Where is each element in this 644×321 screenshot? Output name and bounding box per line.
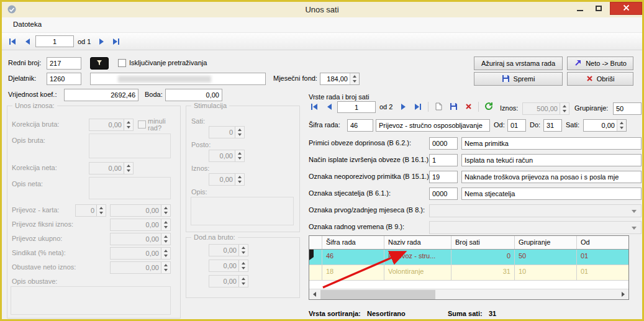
filter-button[interactable] [90,57,109,70]
cell-grupiranje[interactable]: 10 [515,265,577,280]
naziv-rada-input[interactable]: Prijevoz - stručno osposobljavanje [376,119,490,132]
cell-sifra[interactable]: 18 [322,265,384,280]
maximize-button[interactable] [589,2,608,15]
nacin-isplate-text-input[interactable]: Isplata na tekući račun [461,154,642,166]
od-input[interactable]: 01 [507,119,526,132]
vr-iznos-input[interactable]: 500,00 [522,102,569,115]
dod-na-bruto-input-2[interactable]: 0,00 [209,260,248,272]
vr-save-button[interactable] [447,101,460,113]
oznaka-stjecatelja-text-input[interactable]: Nema stjecatelja [461,188,642,200]
spinner-buttons[interactable] [161,219,170,230]
oznaka-stjecatelja-code-input[interactable]: 0000 [429,188,458,200]
primici-code-input[interactable]: 0000 [429,137,458,150]
spinner-buttons[interactable] [235,174,244,185]
spremi-button[interactable]: Spremi [474,72,563,86]
cell-sifra[interactable]: 46 [322,250,384,264]
menu-item-datoteka[interactable]: Datoteka [13,20,42,28]
scrollbar-thumb[interactable] [320,290,435,299]
korekcija-neta-input[interactable]: 0,00 [89,162,134,174]
prijevoz-fiksni-input[interactable]: 0,00 [110,219,171,231]
spinner-buttons[interactable] [238,276,248,287]
title-bar[interactable]: Unos sati [2,2,642,17]
stimulacija-posto-input[interactable]: 0,00 [209,150,245,162]
next-record-button[interactable] [94,35,108,48]
oznaka-neoporezivog-text-input[interactable]: Naknade troškova prijevoza na posao i s … [461,171,642,183]
cell-od[interactable]: 01 [577,265,628,280]
do-input[interactable]: 31 [543,119,562,132]
cell-grupiranje[interactable]: 50 [515,250,577,264]
primici-text-input[interactable]: Nema primitka [461,137,642,150]
spinner-buttons[interactable] [617,120,626,131]
last-record-button[interactable] [109,35,123,48]
oznaka-mjeseca-combobox[interactable] [429,204,642,217]
table-row-selected[interactable]: 46 Prijevoz - stru... 0 50 01 [309,250,628,265]
spinner-buttons[interactable] [350,73,359,84]
minuli-rad-checkbox[interactable] [138,120,146,129]
prijevoz-karta-iznos-input[interactable]: 0,00 [110,204,171,217]
iskljucivanje-checkbox[interactable] [118,59,126,67]
vr-last-record-button[interactable] [411,101,425,113]
previous-record-button[interactable] [20,35,34,48]
close-button[interactable] [610,2,642,15]
sindikat-input[interactable]: 0,00 [110,247,171,260]
spinner-buttons[interactable] [124,163,133,174]
row-selector-cell[interactable] [309,250,322,264]
add-new-button[interactable] [432,101,445,113]
opis-obustave-textarea[interactable] [11,286,171,315]
first-record-button[interactable] [6,35,19,48]
opis-bruta-textarea[interactable] [89,133,171,158]
prijevoz-karta-kom-input[interactable]: 0 [75,204,106,217]
spinner-buttons[interactable] [161,205,170,216]
redni-broj-input[interactable]: 217 [47,57,81,70]
mjesecni-fond-input[interactable]: 184,00 [320,73,360,85]
dod-na-bruto-input-1[interactable]: 0,00 [209,244,248,256]
vr-delete-button[interactable] [461,101,475,113]
scroll-right-button[interactable] [618,289,628,299]
spinner-buttons[interactable] [238,245,248,256]
vr-record-position-input[interactable]: 1 [337,101,376,113]
cell-od[interactable]: 01 [577,250,628,264]
neto-bruto-button[interactable]: Neto -> Bruto [567,57,633,70]
cell-naziv[interactable]: Volontiranje [384,265,451,280]
spinner-buttons[interactable] [161,248,170,259]
scroll-left-button[interactable] [309,289,320,299]
grid-col-grupiranje[interactable]: Grupiranje [515,236,577,249]
djelatnik-input[interactable]: 1260 [47,73,81,85]
boda-input[interactable]: 0,00 [165,89,222,101]
table-row[interactable]: 18 Volontiranje 31 10 01 [309,265,628,281]
stimulacija-iznos-input[interactable]: 0,00 [209,173,245,186]
spinner-buttons[interactable] [560,103,569,114]
stimulacija-opis-textarea[interactable] [191,197,294,225]
spinner-buttons[interactable] [235,150,244,161]
oznaka-vremena-combobox[interactable] [429,221,642,234]
sifra-rada-input[interactable]: 46 [347,119,373,132]
grupiranje-input[interactable]: 50 [613,102,642,115]
azuriraj-button[interactable]: Ažuriraj sa vrstama rada [474,57,563,70]
cell-broj-sati[interactable]: 31 [451,265,515,280]
vrijednost-koef-input[interactable]: 2692,46 [64,89,138,101]
spinner-buttons[interactable] [96,205,106,216]
grid-col-naziv-rada[interactable]: Naziv rada [384,236,451,249]
spinner-buttons[interactable] [161,262,170,273]
vr-first-record-button[interactable] [307,101,321,113]
spinner-buttons[interactable] [161,233,170,245]
obustave-input[interactable]: 0,00 [110,261,171,274]
cell-naziv[interactable]: Prijevoz - stru... [384,250,451,264]
cell-broj-sati[interactable]: 0 [451,250,515,264]
vr-sati-input[interactable]: 0,00 [583,119,627,132]
opis-neta-textarea[interactable] [89,177,171,199]
grid-horizontal-scrollbar[interactable] [309,289,628,299]
spinner-buttons[interactable] [235,127,244,138]
refresh-button[interactable] [482,101,496,113]
djelatnik-name-input[interactable] [90,73,266,85]
vr-previous-record-button[interactable] [322,101,336,113]
korekcija-bruta-input[interactable]: 0,00 [89,119,134,131]
prijevoz-ukupno-input[interactable]: 0,00 [110,233,171,245]
minimize-button[interactable] [571,2,589,15]
nacin-isplate-code-input[interactable]: 1 [429,154,458,166]
row-selector-cell[interactable] [309,265,322,280]
stimulacija-sati-input[interactable]: 0 [209,126,245,138]
vr-next-record-button[interactable] [396,101,410,113]
spinner-buttons[interactable] [124,119,133,130]
dod-na-bruto-input-3[interactable]: 0,00 [209,275,248,287]
